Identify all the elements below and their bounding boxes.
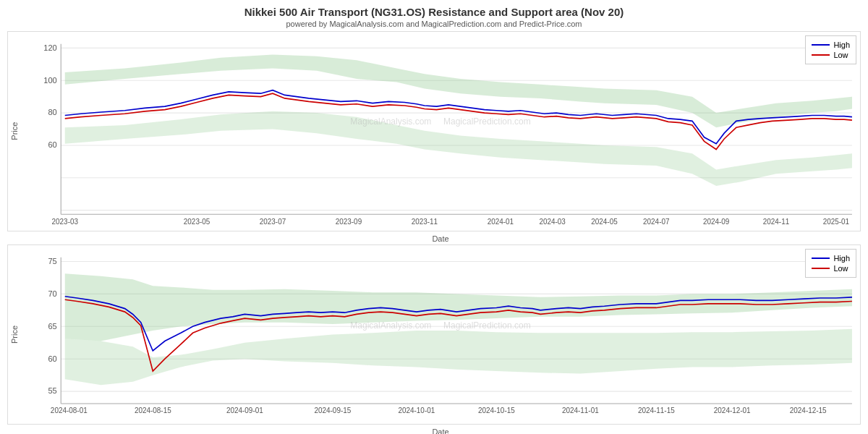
svg-marker-49: [65, 328, 852, 384]
svg-text:100: 100: [43, 76, 56, 85]
svg-text:120: 120: [43, 43, 56, 52]
svg-text:70: 70: [48, 289, 56, 297]
chart2-legend: High Low: [805, 249, 856, 278]
svg-text:60: 60: [48, 140, 56, 149]
chart1-high-line-icon: [812, 44, 830, 46]
chart2-inner: 75 70 65 60 55 2024-08-01 2024-08-15 202…: [21, 245, 860, 424]
chart1-inner: 120 100 80 60 2023-03 2023-05 2023-07 20…: [21, 32, 860, 231]
svg-text:2024-08-01: 2024-08-01: [51, 407, 88, 414]
chart1-container: Price 120 100 80: [7, 31, 861, 231]
svg-text:2024-07: 2024-07: [643, 218, 670, 226]
chart2-legend-low: Low: [812, 264, 850, 273]
svg-text:2023-11: 2023-11: [412, 218, 438, 226]
chart2-x-label: Date: [7, 426, 861, 434]
svg-text:2024-11-01: 2024-11-01: [562, 407, 599, 414]
svg-text:2024-08-15: 2024-08-15: [135, 407, 171, 414]
svg-text:2023-07: 2023-07: [260, 218, 286, 226]
page-container: Nikkei 500 Air Transport (NG31.OS) Resis…: [0, 0, 868, 434]
chart2-y-label: Price: [8, 245, 21, 424]
svg-text:2024-11: 2024-11: [763, 218, 790, 226]
chart1-y-label: Price: [8, 32, 21, 231]
chart2-low-line-icon: [812, 268, 830, 269]
chart2-svg: 75 70 65 60 55 2024-08-01 2024-08-15 202…: [21, 245, 860, 424]
svg-text:2023-03: 2023-03: [52, 218, 79, 226]
chart2-high-line-icon: [812, 258, 830, 259]
svg-text:60: 60: [48, 354, 56, 362]
chart1-x-label: Date: [7, 233, 861, 243]
chart1-legend: High Low: [805, 35, 856, 64]
chart2-low-label: Low: [833, 264, 848, 273]
chart1-legend-low: Low: [812, 51, 850, 59]
svg-text:2024-05: 2024-05: [591, 218, 618, 226]
svg-text:2025-01: 2025-01: [823, 218, 850, 226]
chart2-container: Price 75 70 65 60: [7, 244, 861, 425]
chart2-high-label: High: [833, 254, 850, 263]
svg-text:2024-09: 2024-09: [703, 218, 730, 226]
main-title: Nikkei 500 Air Transport (NG31.OS) Resis…: [7, 6, 861, 18]
chart2-legend-high: High: [812, 254, 850, 263]
charts-wrapper: Price 120 100 80: [7, 31, 861, 434]
svg-marker-24: [65, 54, 852, 127]
svg-text:2024-10-01: 2024-10-01: [398, 407, 435, 414]
svg-text:2023-05: 2023-05: [184, 218, 210, 226]
svg-text:65: 65: [48, 321, 56, 330]
subtitle: powered by MagicalAnalysis.com and Magic…: [7, 20, 861, 28]
svg-text:75: 75: [48, 256, 56, 265]
chart1-svg: 120 100 80 60 2023-03 2023-05 2023-07 20…: [21, 32, 860, 231]
chart1-legend-high: High: [812, 41, 850, 49]
svg-text:2024-10-15: 2024-10-15: [478, 407, 515, 414]
svg-text:2024-01: 2024-01: [488, 218, 514, 226]
chart1-low-line-icon: [812, 54, 830, 56]
svg-text:2024-12-01: 2024-12-01: [714, 407, 751, 414]
chart1-high-label: High: [833, 41, 850, 49]
chart1-low-label: Low: [833, 51, 848, 59]
svg-text:2024-03: 2024-03: [539, 218, 566, 226]
svg-text:2023-09: 2023-09: [336, 218, 362, 226]
svg-text:2024-09-15: 2024-09-15: [314, 407, 351, 414]
svg-text:2024-12-15: 2024-12-15: [790, 407, 827, 414]
svg-text:2024-11-15: 2024-11-15: [638, 407, 675, 414]
svg-text:80: 80: [48, 108, 56, 116]
svg-text:55: 55: [48, 386, 56, 395]
svg-text:2024-09-01: 2024-09-01: [226, 407, 263, 414]
